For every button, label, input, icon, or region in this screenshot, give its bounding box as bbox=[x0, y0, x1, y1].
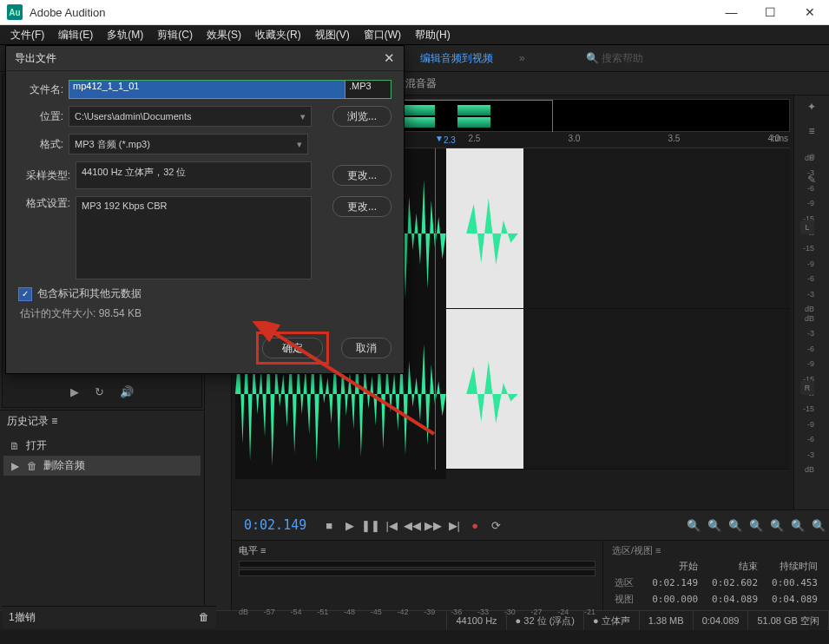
record-button[interactable]: ● bbox=[464, 519, 485, 532]
menu-bar: 文件(F) 编辑(E) 多轨(M) 剪辑(C) 效果(S) 收藏夹(R) 视图(… bbox=[0, 25, 829, 45]
tab-mixer[interactable]: 混音器 bbox=[405, 76, 437, 91]
export-file-dialog: 导出文件 ✕ 文件名: mp412_1_1_01 .MP3 位置: C:\Use… bbox=[5, 45, 405, 374]
ok-button[interactable]: 确定 bbox=[262, 338, 323, 358]
zoom-button[interactable]: 🔍 bbox=[704, 519, 725, 532]
selection-end-value[interactable]: 0:02.602 bbox=[701, 575, 759, 590]
menu-multitrack[interactable]: 多轨(M) bbox=[100, 26, 150, 44]
tool-icon[interactable]: ✦ bbox=[807, 101, 816, 113]
app-title: Adobe Audition bbox=[30, 6, 712, 19]
ffwd-button[interactable]: ▶▶ bbox=[423, 519, 444, 532]
ruler-unit: hms bbox=[772, 134, 788, 143]
window-close-button[interactable]: ✕ bbox=[790, 0, 829, 24]
rewind-button[interactable]: ◀◀ bbox=[402, 519, 423, 532]
history-footer: 1撤销 🗑 bbox=[2, 606, 216, 628]
zoom-button[interactable]: 🔍 bbox=[787, 519, 808, 532]
history-item-open[interactable]: 🗎 打开 bbox=[3, 436, 201, 456]
sample-type-label: 采样类型: bbox=[18, 168, 70, 183]
prev-button[interactable]: |◀ bbox=[381, 519, 402, 532]
view-start-value[interactable]: 0:00.000 bbox=[641, 592, 699, 607]
browse-button[interactable]: 浏览... bbox=[332, 106, 391, 127]
zoom-button[interactable]: 🔍 bbox=[683, 519, 704, 532]
history-panel-title[interactable]: 历史记录 ≡ bbox=[0, 411, 204, 432]
history-item-delete-audio[interactable]: ▶ 🗑 删除音频 bbox=[3, 456, 201, 476]
pause-button[interactable]: ❚❚ bbox=[360, 519, 381, 532]
channel-badge-left[interactable]: L bbox=[800, 220, 814, 234]
menu-favorites[interactable]: 收藏夹(R) bbox=[248, 26, 308, 44]
col-end: 结束 bbox=[701, 559, 759, 574]
channel-badge-right[interactable]: R bbox=[800, 381, 814, 395]
transport-bar: 0:02.149 ■ ▶ ❚❚ |◀ ◀◀ ▶▶ ▶| ● ⟳ 🔍 🔍 🔍 🔍 … bbox=[232, 509, 829, 540]
loop-icon[interactable]: ↻ bbox=[95, 385, 104, 398]
ruler-mark: 3.0 bbox=[568, 134, 580, 143]
cancel-button[interactable]: 取消 bbox=[341, 338, 391, 358]
filename-input[interactable]: mp412_1_1_01 bbox=[69, 80, 345, 99]
history-item-label: 删除音频 bbox=[43, 458, 85, 473]
menu-clip[interactable]: 剪辑(C) bbox=[150, 26, 200, 44]
current-time-display[interactable]: 0:02.149 bbox=[232, 517, 319, 533]
ruler-mark: 2.5 bbox=[468, 134, 480, 143]
window-maximize-button[interactable]: ☐ bbox=[751, 0, 790, 24]
col-start: 开始 bbox=[641, 559, 699, 574]
format-select[interactable]: MP3 音频 (*.mp3)▾ bbox=[69, 134, 308, 154]
filename-ext[interactable]: .MP3 bbox=[345, 80, 391, 99]
zoom-button[interactable]: 🔍 bbox=[808, 519, 829, 532]
menu-help[interactable]: 帮助(H) bbox=[408, 26, 457, 44]
volume-icon[interactable]: 🔊 bbox=[120, 385, 134, 398]
status-sample-rate: 44100 Hz bbox=[447, 611, 506, 630]
chevron-down-icon: ▾ bbox=[300, 111, 306, 122]
include-metadata-checkbox[interactable]: ✓ 包含标记和其他元数据 bbox=[18, 286, 391, 301]
checkbox-checked-icon: ✓ bbox=[18, 287, 32, 301]
window-titlebar: Au Adobe Audition — ☐ ✕ bbox=[0, 0, 829, 25]
menu-effects[interactable]: 效果(S) bbox=[200, 26, 248, 44]
playhead-line[interactable] bbox=[435, 148, 436, 470]
play-icon[interactable]: ▶ bbox=[70, 385, 79, 398]
change-sample-type-button[interactable]: 更改... bbox=[332, 165, 391, 186]
menu-edit[interactable]: 编辑(E) bbox=[51, 26, 100, 44]
zoom-button[interactable]: 🔍 bbox=[746, 519, 766, 532]
estimated-file-size: 估计的文件大小: 98.54 KB bbox=[20, 306, 391, 321]
stop-button[interactable]: ■ bbox=[319, 519, 339, 532]
ruler-mark: 3.5 bbox=[668, 134, 680, 143]
levels-panel: 电平 ≡ dB-57-54-51-48-45-42-39-36-33-30-27… bbox=[232, 541, 603, 610]
menu-window[interactable]: 窗口(W) bbox=[357, 26, 408, 44]
playhead-marker[interactable]: ▼2.3 bbox=[435, 134, 444, 143]
chevron-down-icon: ▾ bbox=[297, 139, 302, 150]
zoom-button[interactable]: 🔍 bbox=[725, 519, 746, 532]
media-controls: ▶ ↻ 🔊 bbox=[3, 378, 201, 404]
history-panel: 历史记录 ≡ 🗎 打开 ▶ 🗑 删除音频 bbox=[0, 410, 204, 610]
menu-file[interactable]: 文件(F) bbox=[3, 26, 51, 44]
annotation-highlight: 确定 bbox=[256, 332, 329, 365]
undo-count: 1撤销 bbox=[9, 610, 36, 625]
selection-duration-value[interactable]: 0:00.453 bbox=[760, 575, 819, 590]
col-duration: 持续时间 bbox=[760, 559, 819, 574]
window-minimize-button[interactable]: — bbox=[712, 0, 751, 24]
dialog-close-button[interactable]: ✕ bbox=[384, 50, 395, 66]
zoom-button[interactable]: 🔍 bbox=[766, 519, 787, 532]
help-search[interactable]: 🔍 搜索帮助 bbox=[586, 51, 643, 66]
workspace-more[interactable]: » bbox=[519, 52, 525, 64]
change-format-settings-button[interactable]: 更改... bbox=[332, 196, 391, 217]
view-row: 视图 0:00.000 0:04.089 0:04.089 bbox=[614, 592, 819, 607]
status-bit-depth: ● 32 位 (浮点) bbox=[507, 611, 584, 630]
play-button[interactable]: ▶ bbox=[339, 519, 360, 532]
include-metadata-label: 包含标记和其他元数据 bbox=[37, 286, 141, 301]
document-icon: 🗎 bbox=[9, 440, 21, 452]
format-settings-value: MP3 192 Kbps CBR bbox=[76, 196, 312, 279]
view-end-value[interactable]: 0:04.089 bbox=[701, 592, 759, 607]
location-label: 位置: bbox=[18, 109, 63, 124]
status-channels: ● 立体声 bbox=[584, 611, 640, 630]
tool-icon[interactable]: ≡ bbox=[808, 125, 814, 137]
next-button[interactable]: ▶| bbox=[444, 519, 464, 532]
selection-start-value[interactable]: 0:02.149 bbox=[641, 575, 699, 590]
trash-icon[interactable]: 🗑 bbox=[199, 611, 209, 623]
status-file-size: 1.38 MB bbox=[640, 611, 694, 630]
loop-button[interactable]: ⟳ bbox=[485, 519, 506, 532]
history-item-label: 打开 bbox=[26, 438, 47, 453]
workspace-edit-audio-to-video[interactable]: 编辑音频到视频 bbox=[420, 51, 493, 66]
menu-view[interactable]: 视图(V) bbox=[308, 26, 357, 44]
location-select[interactable]: C:\Users\admin\Documents▾ bbox=[69, 106, 312, 127]
selection-view-title[interactable]: 选区/视图 ≡ bbox=[612, 544, 820, 557]
format-settings-label: 格式设置: bbox=[18, 196, 70, 211]
view-duration-value[interactable]: 0:04.089 bbox=[760, 592, 819, 607]
levels-panel-title[interactable]: 电平 ≡ bbox=[239, 544, 595, 557]
